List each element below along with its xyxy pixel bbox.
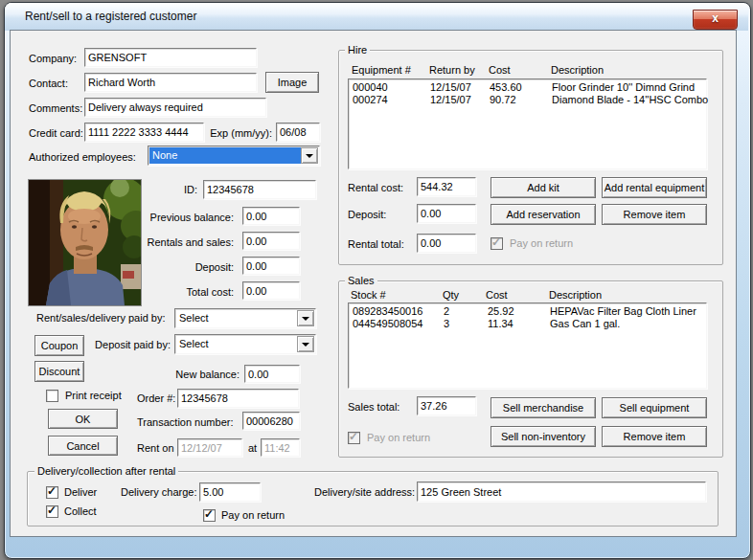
- authorized-employees-combo[interactable]: None: [148, 146, 320, 166]
- print-receipt-checkbox[interactable]: ✓: [46, 390, 58, 402]
- company-field[interactable]: [84, 48, 257, 67]
- hire-cell-description: Floor Grinder 10'' Dimnd Grind: [552, 81, 695, 93]
- contact-label: Contact:: [29, 78, 68, 89]
- chevron-down-icon[interactable]: [301, 147, 318, 164]
- combo-selected-value: Select: [176, 310, 299, 326]
- cancel-button[interactable]: Cancel: [48, 436, 118, 456]
- paid-by-combo[interactable]: Select: [174, 308, 316, 328]
- company-label: Company:: [29, 53, 77, 64]
- sales-row[interactable]: 089283450016 2 25.92 HEPAVac Filter Bag …: [349, 305, 706, 318]
- add-rental-equipment-button[interactable]: Add rental equipment: [602, 177, 707, 198]
- delivery-charge-label: Delivery charge:: [121, 486, 196, 498]
- sales-total-field[interactable]: [417, 396, 476, 415]
- delivery-charge-field[interactable]: [199, 482, 261, 502]
- hire-row[interactable]: 000040 12/15/07 453.60 Floor Grinder 10'…: [349, 81, 706, 94]
- hire-remove-item-button[interactable]: Remove item: [602, 204, 707, 225]
- hire-cell-description: Diamond Blade - 14''HSC Combo: [552, 94, 708, 105]
- total-cost-field[interactable]: [242, 281, 300, 300]
- sales-cell-stock: 089283450016: [353, 305, 422, 317]
- rental-cost-label: Rental cost:: [348, 182, 403, 193]
- hire-cell-cost: 90.72: [490, 94, 516, 105]
- order-field[interactable]: [177, 389, 299, 408]
- transaction-number-field[interactable]: [242, 412, 300, 430]
- deposit-label: Deposit:: [115, 261, 234, 273]
- rental-total-field[interactable]: [417, 234, 476, 253]
- rentals-and-sales-label: Rentals and sales:: [115, 236, 234, 248]
- combo-selected-value: None: [149, 147, 303, 164]
- transaction-number-label: Transaction number:: [137, 416, 233, 428]
- combo-selected-value: Select: [176, 336, 299, 352]
- chevron-down-icon[interactable]: [297, 310, 314, 326]
- check-icon: ✓: [204, 507, 214, 521]
- collect-checkbox[interactable]: ✓: [46, 505, 58, 518]
- print-receipt-label: Print receipt: [65, 390, 122, 401]
- sell-non-inventory-button[interactable]: Sell non-inventory: [491, 426, 596, 447]
- deposit-paid-by-combo[interactable]: Select: [174, 334, 316, 354]
- deliver-label: Deliver: [64, 486, 97, 498]
- chevron-down-icon[interactable]: [297, 336, 314, 352]
- sales-group-title: Sales: [345, 275, 377, 286]
- screen: Rent/sell to a registered customer x Com…: [0, 0, 753, 560]
- image-button[interactable]: Image: [265, 72, 319, 93]
- ok-button[interactable]: OK: [48, 409, 118, 429]
- comments-label: Comments:: [29, 102, 82, 114]
- rent-on-label: Rent on: [137, 442, 174, 454]
- previous-balance-field[interactable]: [242, 207, 300, 225]
- hire-cell-cost: 453.60: [490, 81, 522, 93]
- exp-label: Exp (mm/yy):: [209, 127, 272, 139]
- delivery-group-title: Delivery/collection after rental: [34, 465, 178, 477]
- hire-col-cost: Cost: [489, 64, 511, 76]
- order-label: Order #:: [137, 392, 175, 404]
- deposit-field[interactable]: [242, 257, 300, 275]
- paid-by-label: Rent/sales/delivery paid by:: [36, 312, 166, 324]
- hire-col-equipment: Equipment #: [352, 64, 411, 76]
- sales-pay-on-return-checkbox: ✓: [348, 432, 360, 444]
- sales-col-cost: Cost: [486, 289, 508, 301]
- sales-col-stock: Stock #: [351, 289, 386, 301]
- authorized-employees-label: Authorized employees:: [29, 151, 136, 163]
- sales-row[interactable]: 044549508054 3 11.34 Gas Can 1 gal.: [349, 318, 706, 330]
- hire-listbox[interactable]: 000040 12/15/07 453.60 Floor Grinder 10'…: [348, 78, 707, 169]
- discount-button[interactable]: Discount: [34, 361, 84, 382]
- sales-col-description: Description: [549, 289, 602, 301]
- sales-cell-stock: 044549508054: [353, 318, 422, 329]
- new-balance-label: New balance:: [161, 369, 240, 380]
- hire-group-title: Hire: [345, 44, 370, 56]
- sales-pay-on-return-label: Pay on return: [367, 432, 430, 443]
- rental-cost-field[interactable]: [417, 177, 476, 196]
- hire-cell-return-by: 12/15/07: [430, 81, 471, 93]
- credit-card-label: Credit card:: [29, 127, 83, 139]
- exp-field[interactable]: [276, 123, 320, 142]
- credit-card-field[interactable]: [84, 123, 204, 142]
- hire-cell-equipment: 000040: [353, 81, 388, 93]
- sales-remove-item-button[interactable]: Remove item: [602, 426, 707, 447]
- check-icon: ✓: [47, 504, 57, 517]
- sales-cell-qty: 3: [444, 318, 449, 329]
- close-button[interactable]: x: [693, 10, 738, 30]
- add-reservation-button[interactable]: Add reservation: [491, 204, 596, 225]
- hire-deposit-label: Deposit:: [348, 209, 386, 220]
- sell-equipment-button[interactable]: Sell equipment: [602, 397, 707, 418]
- rentals-and-sales-field[interactable]: [242, 232, 300, 250]
- sales-listbox[interactable]: 089283450016 2 25.92 HEPAVac Filter Bag …: [348, 302, 707, 389]
- add-kit-button[interactable]: Add kit: [491, 177, 596, 198]
- id-field[interactable]: [203, 180, 316, 199]
- deliver-checkbox[interactable]: ✓: [46, 486, 58, 499]
- delivery-address-label: Delivery/site address:: [314, 486, 412, 498]
- deposit-paid-by-label: Deposit paid by:: [86, 339, 171, 350]
- delivery-pay-on-return-checkbox[interactable]: ✓: [203, 509, 216, 522]
- hire-deposit-field[interactable]: [417, 204, 476, 223]
- window-title: Rent/sell to a registered customer: [25, 10, 196, 23]
- contact-field[interactable]: [84, 73, 257, 92]
- at-label: at: [248, 442, 257, 454]
- delivery-address-field[interactable]: [417, 482, 706, 502]
- coupon-button[interactable]: Coupon: [34, 335, 84, 356]
- new-balance-field[interactable]: [244, 365, 300, 383]
- sell-merchandise-button[interactable]: Sell merchandise: [491, 397, 596, 418]
- hire-pay-on-return-checkbox: ✓: [491, 237, 503, 250]
- comments-field[interactable]: [84, 98, 266, 117]
- sales-cell-cost: 25.92: [488, 305, 514, 317]
- hire-row[interactable]: 000274 12/15/07 90.72 Diamond Blade - 14…: [349, 94, 706, 106]
- hire-col-return-by: Return by: [429, 64, 475, 76]
- sales-col-qty: Qty: [443, 289, 459, 301]
